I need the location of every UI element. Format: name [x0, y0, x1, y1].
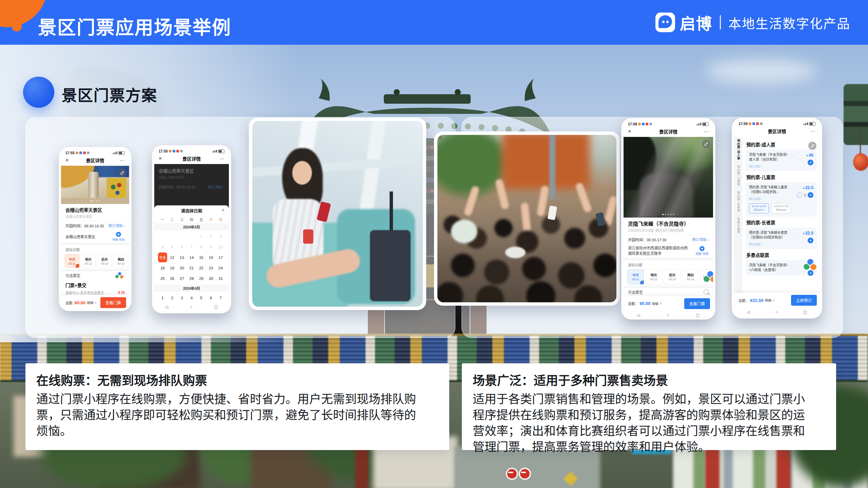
note-line: 通过门票小程序在线购票，方便快捷、省时省力。用户无需到现场排队购: [36, 391, 438, 407]
date-chip[interactable]: 明天03-12: [81, 254, 96, 268]
search-icon[interactable]: [704, 289, 709, 294]
more-icon[interactable]: ⋯: [701, 129, 709, 134]
date-chip-today[interactable]: 今天03-11: [627, 269, 644, 284]
android-recent-icon[interactable]: ▢: [803, 310, 807, 314]
pay-bar: 总额： ¥22.50 明细 ∧ 立即预订: [734, 293, 820, 308]
calendar-day[interactable]: 25: [158, 273, 167, 284]
calendar-day[interactable]: 5: [196, 292, 206, 303]
calendar-day[interactable]: 22: [196, 263, 206, 273]
scenic-address: 会稽山兜率天景区: [65, 234, 95, 239]
ticket-category-title: 预约票-成人票: [746, 139, 817, 149]
date-chip-today[interactable]: 今天03-11: [65, 254, 79, 268]
date-chip[interactable]: 周四03-14: [114, 254, 128, 268]
map-nav-button[interactable]: 地图·导航: [112, 232, 125, 241]
brand-logo: 启博 本地生活数字化产品: [655, 11, 850, 34]
calendar-day[interactable]: 19: [167, 263, 177, 273]
booking-notes-link[interactable]: 预订须知 ›: [749, 242, 813, 246]
close-icon[interactable]: ×: [628, 128, 635, 135]
android-nav-bar: ◁ ○ ▢: [734, 308, 820, 316]
calendar-day[interactable]: 16: [206, 252, 216, 263]
add-ticket-button[interactable]: +: [808, 160, 813, 165]
android-back-icon[interactable]: ◁: [747, 310, 750, 314]
calendar-day[interactable]: 20: [177, 263, 187, 273]
calendar-day[interactable]: 26: [167, 273, 177, 284]
calendar-day[interactable]: 18: [158, 263, 167, 273]
date-chip[interactable]: 周四03-14: [682, 269, 699, 284]
calendar-day[interactable]: 21: [187, 263, 197, 273]
quantity-stepper[interactable]: − 1 +: [797, 192, 813, 198]
android-home-icon[interactable]: ○: [775, 310, 778, 314]
view-tickets-button[interactable]: 查看门票: [684, 298, 710, 309]
calendar-day[interactable]: 29: [196, 273, 206, 284]
modal-close-icon[interactable]: ×: [222, 207, 224, 213]
date-chip[interactable]: 明天03-12: [646, 269, 662, 284]
add-ticket-button[interactable]: +: [808, 238, 813, 243]
more-icon[interactable]: ⋯: [808, 129, 815, 134]
calendar-day[interactable]: 13: [177, 252, 187, 263]
close-icon[interactable]: ×: [159, 156, 166, 162]
calendar-day[interactable]: 27: [177, 273, 187, 284]
date-chip[interactable]: 后天03-13: [97, 254, 112, 268]
rail-category-item[interactable]: 预约票-儿童票: [736, 165, 741, 186]
rail-category-item[interactable]: 预约票-成人票: [736, 139, 741, 160]
calendar-day[interactable]: 2: [167, 292, 177, 303]
android-back-icon[interactable]: ◁: [637, 313, 640, 317]
calendar-day[interactable]: 1: [158, 292, 167, 303]
view-tickets-button[interactable]: 查看门票: [100, 297, 126, 308]
calendar-day[interactable]: 23: [206, 263, 216, 273]
more-dates-chip[interactable]: 更多日期: [701, 269, 713, 284]
book-now-button[interactable]: 立即预订: [791, 295, 817, 306]
dimmed-page-content: 会稽山兜率天景区 会稽山兜率天景区 开园时间：08:30-16:30预订须知 ›: [154, 164, 229, 208]
detail-toggle[interactable]: 明细: [87, 300, 93, 305]
calendar-day[interactable]: 4: [187, 292, 197, 303]
share-icon[interactable]: [702, 140, 710, 148]
map-nav-button[interactable]: 地图·导航: [695, 246, 709, 256]
detail-toggle[interactable]: 明细: [652, 301, 658, 306]
calendar-day[interactable]: 6: [206, 292, 216, 303]
calendar-day[interactable]: 12: [167, 252, 177, 263]
android-home-icon[interactable]: ○: [190, 305, 192, 309]
booking-notes-link[interactable]: 预订须知 ›: [692, 237, 709, 242]
android-recent-icon[interactable]: ▢: [214, 305, 218, 309]
more-icon[interactable]: ⋯: [217, 156, 224, 161]
ticket-card[interactable]: 预约票-灵隐飞来峰儿童票（仅限6-18周岁购... › ¥22.5 − 1 + …: [746, 182, 817, 217]
ticket-card[interactable]: 预约票-灵隐飞来峰长者票（仅限60-69周岁购买） › ¥22.5 + 预订须知…: [746, 227, 817, 249]
ticket-price: ¥22.5: [803, 185, 813, 190]
android-back-icon[interactable]: ◁: [165, 305, 168, 309]
battery-icon: [702, 122, 709, 126]
calendar-day[interactable]: 28: [187, 273, 197, 284]
detail-toggle[interactable]: 明细: [765, 298, 771, 303]
add-ticket-button[interactable]: +: [808, 192, 813, 198]
calendar-day[interactable]: 24: [216, 263, 225, 273]
weekday-label: 日: [216, 217, 225, 222]
android-recent-icon[interactable]: ▢: [696, 313, 699, 317]
map-pin-icon: [116, 232, 121, 237]
status-time: 17:55: [159, 149, 168, 153]
rail-category-item[interactable]: 多景点联票: [736, 218, 741, 234]
calendar-day[interactable]: 17: [216, 252, 225, 263]
minus-button[interactable]: −: [797, 192, 802, 198]
calendar-day[interactable]: 31: [216, 273, 225, 284]
ticket-card[interactable]: 灵隐飞来峰（不含灵隐寺）成人票（当日有效） › ¥45 + 预订须知 ›: [746, 149, 817, 171]
time-slot[interactable]: 12:00-17:25余39950: [771, 203, 791, 214]
pay-bar: 总额: ¥0.00 明细 ∧ 查看门票: [61, 295, 129, 309]
booking-notes-link[interactable]: 预订须知 ›: [108, 223, 125, 228]
more-icon[interactable]: ⋯: [117, 158, 125, 163]
share-icon[interactable]: [808, 142, 816, 150]
calendar-day[interactable]: 3: [177, 292, 187, 303]
share-icon[interactable]: [118, 169, 126, 177]
booking-notes-link[interactable]: 预订须知 ›: [749, 164, 813, 168]
android-home-icon[interactable]: ○: [667, 313, 669, 317]
traffic-sign: [506, 468, 518, 480]
calendar-day[interactable]: 30: [206, 273, 216, 284]
calendar-day-today[interactable]: 今天: [158, 252, 167, 263]
time-slot-selected[interactable]: 06:30-12:00余32674: [749, 203, 769, 214]
calendar-day[interactable]: 7: [216, 292, 225, 303]
calendar-day[interactable]: 14: [187, 252, 197, 263]
calendar-day[interactable]: 15: [196, 252, 206, 263]
month-label: 2024年4月: [154, 284, 229, 292]
date-chip[interactable]: 后天03-13: [664, 269, 680, 284]
rail-category-item[interactable]: 预约票-长者票: [736, 191, 741, 212]
close-icon[interactable]: ×: [65, 157, 73, 163]
ticket-item-name[interactable]: 游客中心-龙华寺往返景交: [65, 290, 104, 295]
